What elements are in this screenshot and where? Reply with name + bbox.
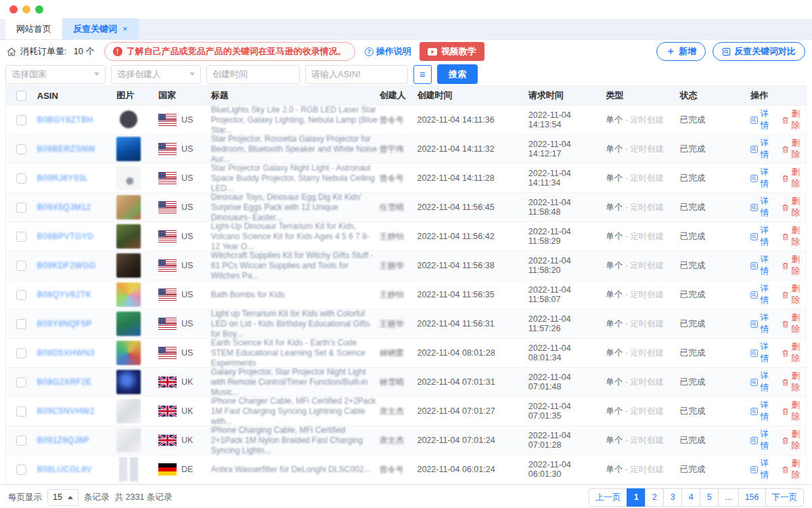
product-image[interactable] (116, 166, 141, 190)
page-button[interactable]: 1 (627, 488, 646, 507)
help-link[interactable]: ? 操作说明 (365, 45, 411, 58)
asin-link[interactable]: B091Z6QJ6P (37, 436, 89, 445)
asin-link[interactable]: B0BGY8ZTBH (37, 115, 93, 125)
add-new-button[interactable]: ＋ 新增 (656, 42, 706, 61)
product-image[interactable] (116, 282, 141, 307)
delete-button[interactable]: 删除 (782, 108, 806, 131)
product-image[interactable] (116, 195, 141, 219)
keyword-compare-button[interactable]: 反查关键词对比 (713, 42, 805, 61)
tab-home[interactable]: 网站首页 (5, 18, 62, 39)
product-image[interactable] (116, 341, 141, 365)
delete-button[interactable]: 删除 (782, 458, 806, 481)
product-image[interactable] (116, 137, 141, 161)
tab-close-icon[interactable]: × (122, 24, 128, 34)
asin-link[interactable]: B08LUCGL8V (37, 465, 92, 474)
row-checkbox[interactable] (16, 348, 26, 358)
detail-magnifier-icon (750, 145, 758, 154)
detail-button[interactable]: 详情 (750, 458, 775, 481)
page-button[interactable]: 5 (700, 488, 719, 507)
select-all-checkbox[interactable] (16, 91, 26, 101)
delete-button[interactable]: 删除 (782, 167, 806, 190)
page-button[interactable]: 3 (663, 488, 682, 507)
creator-select[interactable]: 选择创建人 (111, 65, 201, 84)
detail-button[interactable]: 详情 (750, 254, 775, 277)
detail-button[interactable]: 详情 (750, 108, 775, 131)
delete-button[interactable]: 删除 (782, 312, 806, 335)
delete-button[interactable]: 删除 (782, 371, 806, 394)
delete-button[interactable]: 删除 (782, 225, 806, 248)
detail-button[interactable]: 详情 (750, 167, 775, 190)
row-checkbox[interactable] (16, 144, 26, 154)
delete-button[interactable]: 删除 (782, 196, 806, 219)
asin-link[interactable]: B09KDF2WGG (37, 261, 96, 270)
detail-button[interactable]: 详情 (750, 312, 775, 335)
asin-input[interactable] (305, 65, 408, 84)
table-body: B0BGY8ZTBH US BlueLights Sky Lite 2.0 - … (6, 105, 806, 484)
next-page-button[interactable]: 下一页 (765, 488, 805, 507)
product-image[interactable] (116, 224, 141, 249)
delete-button[interactable]: 删除 (782, 341, 806, 364)
search-button[interactable]: 搜索 (437, 64, 478, 84)
detail-button[interactable]: 详情 (750, 341, 775, 364)
delete-button[interactable]: 删除 (782, 400, 806, 423)
row-checkbox[interactable] (16, 203, 26, 213)
home-icon[interactable] (7, 47, 16, 56)
asin-link[interactable]: B08G2XRF2E (37, 377, 92, 387)
window-zoom-button[interactable] (35, 5, 43, 14)
asin-link[interactable]: B09BERZSNW (37, 144, 95, 154)
page-button[interactable]: 156 (738, 488, 766, 507)
header-request-time: 请求时间 (527, 89, 605, 102)
row-checkbox[interactable] (16, 173, 26, 184)
product-image[interactable] (116, 108, 141, 132)
row-checkbox[interactable] (16, 406, 26, 417)
product-image[interactable] (116, 312, 141, 336)
row-checkbox[interactable] (16, 436, 26, 446)
video-tutorial-button[interactable]: 视频教学 (420, 42, 484, 61)
window-minimize-button[interactable] (22, 5, 30, 14)
asin-link[interactable]: B08D5XHWN3 (37, 348, 95, 358)
row-checkbox[interactable] (16, 232, 26, 242)
product-image[interactable] (116, 399, 141, 423)
asin-link[interactable]: B09RJ6Y93L (37, 173, 89, 183)
status-text: 已完成 (679, 406, 750, 417)
product-title: Star Projector Galaxy Night Light - Astr… (211, 163, 378, 194)
asin-link[interactable]: B09C5NVHW2 (37, 406, 95, 416)
detail-button[interactable]: 详情 (750, 371, 775, 394)
page-button[interactable]: 4 (681, 488, 700, 507)
page-size-select[interactable]: 15 (47, 489, 78, 506)
row-checkbox[interactable] (16, 290, 26, 300)
delete-button[interactable]: 删除 (782, 283, 806, 306)
asin-link[interactable]: B09X5QJM12 (37, 203, 91, 212)
detail-button[interactable]: 详情 (750, 137, 775, 161)
delete-button[interactable]: 删除 (782, 137, 806, 161)
detail-button[interactable]: 详情 (750, 429, 775, 452)
row-checkbox[interactable] (16, 261, 26, 271)
country-select[interactable]: 选择国家 (5, 65, 106, 84)
tab-reverse-keyword[interactable]: 反查关键词 × (62, 18, 139, 39)
detail-button[interactable]: 详情 (750, 283, 775, 306)
row-checkbox[interactable] (16, 377, 26, 387)
delete-button[interactable]: 删除 (782, 429, 806, 452)
row-checkbox[interactable] (16, 465, 26, 475)
asin-link[interactable]: B08BPVTGYD (37, 232, 94, 241)
asin-link[interactable]: B09Y8NQF5P (37, 319, 92, 329)
detail-button[interactable]: 详情 (750, 400, 775, 423)
prev-page-button[interactable]: 上一页 (589, 488, 628, 507)
column-menu-button[interactable]: ≡ (413, 65, 432, 84)
asin-link[interactable]: B08QYV62TK (37, 290, 91, 299)
status-text: 已完成 (679, 347, 750, 359)
row-checkbox[interactable] (16, 115, 26, 125)
page-button[interactable]: 2 (645, 488, 664, 507)
window-close-button[interactable] (9, 5, 18, 14)
product-image[interactable] (116, 253, 141, 278)
create-date-input[interactable] (206, 65, 300, 84)
product-image[interactable] (116, 428, 141, 452)
product-image[interactable] (116, 370, 141, 394)
delete-button[interactable]: 删除 (782, 254, 806, 277)
filter-bar: 选择国家 选择创建人 ≡ 搜索 (0, 63, 812, 85)
detail-button[interactable]: 详情 (750, 225, 775, 248)
detail-button[interactable]: 详情 (750, 196, 775, 219)
request-time: 2022-11-04 11:58:48 (527, 198, 605, 217)
product-image[interactable] (116, 457, 141, 482)
row-checkbox[interactable] (16, 319, 26, 329)
